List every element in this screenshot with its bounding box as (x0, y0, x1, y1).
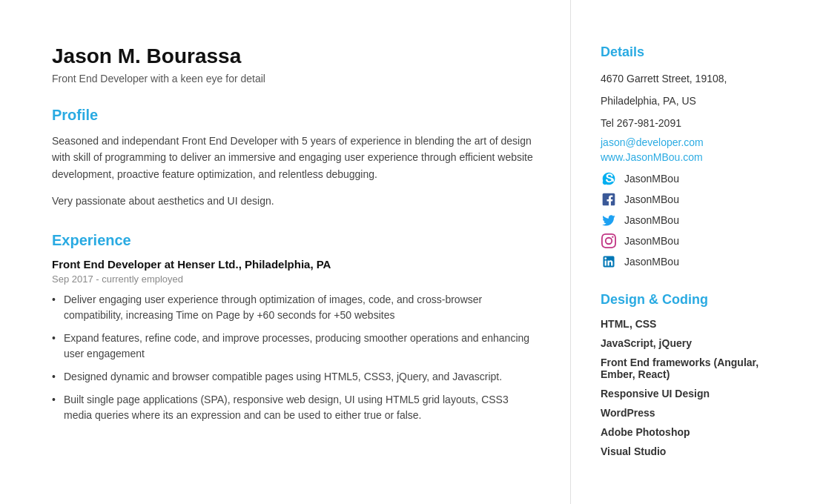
profile-paragraph-1: Seasoned and independant Front End Devel… (52, 133, 533, 182)
design-coding-title: Design & Coding (601, 292, 793, 308)
twitter-handle: JasonMBou (624, 214, 679, 226)
job-title: Front End Developer at Henser Ltd., Phil… (52, 258, 533, 271)
bullet-item: Expand features, refine code, and improv… (52, 331, 533, 362)
twitter-row: JasonMBou (601, 212, 793, 228)
skill-item-0: HTML, CSS (601, 318, 793, 330)
instagram-icon (601, 233, 617, 249)
bullet-item: Built single page applications (SPA), re… (52, 392, 533, 423)
experience-section-title: Experience (52, 232, 533, 249)
design-coding-section: Design & Coding HTML, CSS JavaScript, jQ… (601, 292, 793, 457)
bullet-item: Designed dynamic and browser compatible … (52, 369, 533, 385)
linkedin-handle: JasonMBou (624, 256, 679, 268)
bullet-item: Deliver engaging user experience through… (52, 292, 533, 323)
profile-paragraph-2: Very passionate about aesthetics and UI … (52, 193, 533, 209)
twitter-icon (601, 212, 617, 228)
candidate-name: Jason M. Bourassa (52, 44, 533, 68)
right-panel: Details 4670 Garrett Street, 19108, Phil… (571, 0, 823, 504)
skype-handle: JasonMBou (624, 173, 679, 185)
experience-section: Experience Front End Developer at Henser… (52, 232, 533, 423)
instagram-row: JasonMBou (601, 233, 793, 249)
skill-item-6: Visual Studio (601, 445, 793, 457)
experience-bullets: Deliver engaging user experience through… (52, 292, 533, 423)
address-line1: 4670 Garrett Street, 19108, (601, 70, 793, 88)
facebook-handle: JasonMBou (624, 193, 679, 205)
phone: Tel 267-981-2091 (601, 115, 793, 133)
email-link[interactable]: jason@developer.com (601, 136, 793, 148)
skill-item-2: Front End frameworks (Angular, Ember, Re… (601, 357, 793, 380)
details-section: Details 4670 Garrett Street, 19108, Phil… (601, 44, 793, 270)
instagram-handle: JasonMBou (624, 235, 679, 247)
candidate-tagline: Front End Developer with a keen eye for … (52, 73, 533, 84)
skill-item-4: WordPress (601, 407, 793, 419)
facebook-icon (601, 191, 617, 208)
linkedin-row: JasonMBou (601, 253, 793, 270)
profile-section: Profile Seasoned and independant Front E… (52, 107, 533, 210)
skill-item-5: Adobe Photoshop (601, 426, 793, 438)
skype-row: JasonMBou (601, 170, 793, 187)
job-period: Sep 2017 - currently employed (52, 273, 533, 285)
profile-section-title: Profile (52, 107, 533, 124)
details-section-title: Details (601, 44, 793, 60)
left-panel: Jason M. Bourassa Front End Developer wi… (0, 0, 571, 504)
skill-item-1: JavaScript, jQuery (601, 337, 793, 349)
facebook-row: JasonMBou (601, 191, 793, 208)
skype-icon (601, 170, 617, 187)
website-link[interactable]: www.JasonMBou.com (601, 151, 793, 163)
linkedin-icon (601, 253, 617, 270)
address-line2: Philadelphia, PA, US (601, 93, 793, 110)
skill-item-3: Responsive UI Design (601, 388, 793, 399)
